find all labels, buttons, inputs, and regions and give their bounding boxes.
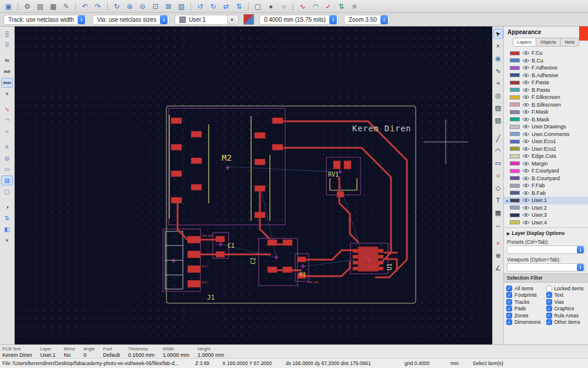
tab-nets[interactable]: Nets bbox=[561, 38, 579, 47]
layer-color-swatch[interactable] bbox=[510, 73, 520, 77]
layer-visibility-icon[interactable] bbox=[522, 147, 531, 151]
text-tool[interactable]: T bbox=[493, 195, 503, 205]
grid-dots-icon[interactable]: ⣿ bbox=[1, 29, 13, 39]
tab-layers[interactable]: Layers bbox=[513, 38, 536, 47]
stepper-down-icon[interactable]: ▾ bbox=[81, 19, 82, 22]
group-icon[interactable]: ▢ bbox=[252, 1, 264, 12]
tab-objects[interactable]: Objects bbox=[536, 38, 561, 47]
layer-visibility-icon[interactable] bbox=[522, 183, 531, 188]
presets-stepper[interactable]: ▴▾ bbox=[577, 246, 584, 253]
update-pcb-icon[interactable]: ⇅ bbox=[335, 1, 348, 12]
layer-color-swatch[interactable] bbox=[510, 110, 520, 114]
filter-item-footprints[interactable]: ✓Footprints bbox=[506, 292, 546, 299]
via-size-select[interactable]: Via: use netclass sizes ▴▾ bbox=[92, 15, 169, 25]
units-inches-button[interactable]: in bbox=[1, 55, 13, 65]
layer-visibility-icon[interactable] bbox=[522, 95, 531, 100]
layer-color-swatch[interactable] bbox=[510, 95, 520, 100]
rotate-cw-icon[interactable]: ↻ bbox=[207, 1, 219, 12]
chevron-down-icon[interactable]: ▾ bbox=[227, 15, 236, 24]
layer-visibility-icon[interactable] bbox=[522, 80, 531, 85]
layer-row-F.Mask[interactable]: F.Mask bbox=[504, 108, 588, 116]
filter-item-text[interactable]: ✓Text bbox=[546, 292, 586, 299]
layer-visibility-icon[interactable] bbox=[522, 220, 531, 225]
layer-row-User.1[interactable]: ▶User.1 bbox=[504, 197, 588, 204]
layer-visibility-icon[interactable] bbox=[522, 110, 531, 114]
zone-outline-display-icon[interactable]: ▢ bbox=[1, 187, 13, 197]
zoom-out-icon[interactable]: ⊖ bbox=[136, 1, 149, 12]
c1-label[interactable]: C1 bbox=[228, 243, 235, 249]
grid-style-icon[interactable]: ⠿ bbox=[1, 40, 13, 50]
layer-color-swatch[interactable] bbox=[510, 66, 520, 70]
layer-row-User.Eco2[interactable]: User.Eco2 bbox=[504, 145, 588, 153]
checkbox-icon[interactable]: ✓ bbox=[546, 319, 552, 325]
ratsnest-visibility-icon[interactable]: ∿ bbox=[1, 104, 13, 114]
grid-size-select[interactable]: 0.4000 mm (15.75 mils) ▴▾ bbox=[259, 15, 339, 25]
dimension-tool[interactable]: ↔ bbox=[493, 220, 503, 230]
layer-row-User.2[interactable]: User.2 bbox=[504, 204, 588, 212]
layer-row-User.Eco1[interactable]: User.Eco1 bbox=[504, 138, 588, 145]
layer-color-swatch[interactable] bbox=[510, 154, 520, 158]
layer-color-swatch[interactable] bbox=[510, 198, 520, 203]
checkbox-icon[interactable]: ✓ bbox=[546, 306, 552, 311]
layer-visibility-icon[interactable] bbox=[522, 168, 531, 173]
layer-row-B.Paste[interactable]: B.Paste bbox=[504, 87, 588, 94]
layer-visibility-icon[interactable] bbox=[522, 58, 531, 63]
track-width-select[interactable]: Track: use netclass width ▴▾ bbox=[4, 15, 87, 25]
layer-pair-indicator[interactable] bbox=[243, 14, 254, 25]
route-track-tool[interactable]: ∿ bbox=[493, 66, 503, 76]
layer-color-swatch[interactable] bbox=[510, 51, 520, 55]
route-diffpair-tool[interactable]: ≈ bbox=[493, 78, 503, 88]
rv1-label[interactable]: RV1 bbox=[328, 171, 339, 178]
origin-tool[interactable]: ⊕ bbox=[493, 251, 503, 261]
page-settings-icon[interactable]: ▤ bbox=[34, 1, 46, 12]
layer-color-swatch[interactable] bbox=[510, 176, 520, 180]
layer-row-B.Adhesive[interactable]: B.Adhesive bbox=[504, 72, 588, 79]
filter-item-rule-areas[interactable]: ✓Rule Areas bbox=[546, 312, 586, 319]
properties-panel-icon[interactable]: ◧ bbox=[1, 224, 13, 234]
layer-visibility-icon[interactable] bbox=[522, 88, 531, 92]
mirror-vertical-icon[interactable]: ⇅ bbox=[233, 1, 245, 12]
layer-visibility-icon[interactable] bbox=[522, 161, 531, 166]
layer-visibility-icon[interactable] bbox=[522, 73, 531, 78]
layer-row-F.Silkscreen[interactable]: F.Silkscreen bbox=[504, 94, 588, 101]
rule-area-tool[interactable]: ▧ bbox=[493, 115, 503, 125]
checkbox-icon[interactable]: ✓ bbox=[506, 313, 512, 319]
layer-row-F.Adhesive[interactable]: F.Adhesive bbox=[504, 64, 588, 72]
layer-row-F.Courtyard[interactable]: F.Courtyard bbox=[504, 167, 588, 175]
curved-ratsnest-icon[interactable]: ◠ bbox=[309, 1, 322, 12]
curved-ratsnest-display-icon[interactable]: ◠ bbox=[1, 115, 13, 125]
pcb-canvas[interactable]: PWR_GND OUT1 OUT2 PWR_GND M2 RV1 C1 C2 R… bbox=[15, 26, 492, 344]
layer-row-F.Fab[interactable]: F.Fab bbox=[504, 182, 588, 190]
layer-color-swatch[interactable] bbox=[510, 191, 520, 195]
zoom-selection-icon[interactable]: ⊠ bbox=[162, 1, 175, 12]
local-ratsnest-tool[interactable]: × bbox=[493, 41, 503, 51]
layer-color-swatch[interactable] bbox=[510, 140, 520, 144]
layer-color-swatch[interactable] bbox=[510, 205, 520, 210]
script-console-icon[interactable]: ≡ bbox=[348, 1, 360, 12]
search-console-icon[interactable]: × bbox=[1, 236, 13, 246]
layer-color-swatch[interactable] bbox=[510, 147, 520, 151]
track-width-stepper[interactable]: ▴▾ bbox=[78, 15, 85, 24]
rect-tool[interactable]: ▭ bbox=[493, 158, 503, 168]
c2-label[interactable]: C2 bbox=[250, 257, 256, 264]
layer-row-User.Comments[interactable]: User.Comments bbox=[504, 131, 588, 138]
stepper-down-icon[interactable]: ▾ bbox=[163, 19, 165, 22]
via-size-stepper[interactable]: ▴▾ bbox=[160, 15, 168, 24]
checkbox-icon[interactable] bbox=[546, 286, 552, 291]
units-mm-button[interactable]: mm bbox=[1, 78, 13, 88]
sketch-tracks-icon[interactable]: ≡ bbox=[1, 142, 13, 152]
r1-label[interactable]: R1 bbox=[299, 271, 306, 277]
layer-color-swatch[interactable] bbox=[510, 58, 520, 62]
print-icon[interactable]: ▦ bbox=[47, 1, 59, 12]
layer-color-swatch[interactable] bbox=[510, 102, 520, 107]
zoom-fit-icon[interactable]: ⊡ bbox=[149, 1, 162, 12]
sketch-vias-icon[interactable]: ◎ bbox=[1, 153, 13, 163]
layer-color-swatch[interactable] bbox=[510, 132, 520, 136]
layer-row-Edge.Cuts[interactable]: Edge.Cuts bbox=[504, 152, 588, 160]
zoom-in-icon[interactable]: ⊕ bbox=[123, 1, 136, 12]
checkbox-icon[interactable]: ✓ bbox=[506, 319, 512, 325]
show-ratsnest-icon[interactable]: ∿ bbox=[296, 1, 309, 12]
layer-row-Margin[interactable]: Margin bbox=[504, 160, 588, 168]
units-mils-button[interactable]: mil bbox=[1, 67, 13, 77]
layer-visibility-icon[interactable] bbox=[522, 154, 531, 158]
